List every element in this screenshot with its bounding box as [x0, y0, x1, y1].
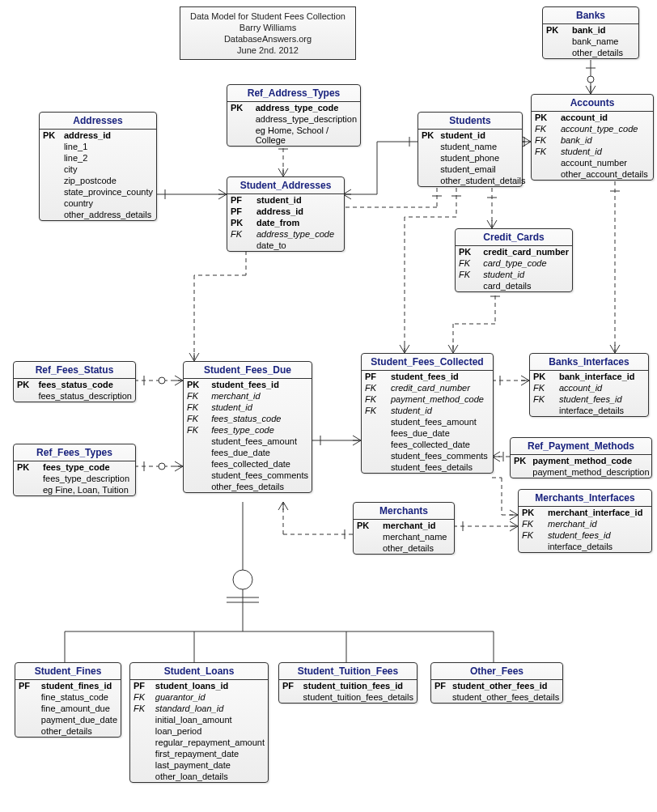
- column-key: [418, 152, 437, 164]
- column-key: PK: [14, 379, 35, 390]
- column-name: student_loans_id: [152, 680, 268, 691]
- table-row: FKstudent_id: [456, 269, 572, 280]
- column-key: FK: [130, 703, 152, 714]
- table-row: other_details: [543, 47, 638, 58]
- table-row: PFstudent_other_fees_id: [431, 680, 562, 691]
- meta-author: Barry Williams: [187, 22, 349, 33]
- table-row: line_1: [40, 141, 156, 152]
- table-row: initial_loan_amount: [130, 714, 268, 725]
- column-name: student_id: [253, 194, 344, 206]
- column-key: [532, 168, 557, 180]
- table-row: payment_due_date: [15, 714, 121, 725]
- column-name: zip_postcode: [61, 175, 156, 186]
- column-key: [40, 164, 61, 175]
- column-name: other_details: [569, 47, 638, 58]
- column-name: student_fines_id: [38, 680, 121, 691]
- column-key: [184, 447, 208, 458]
- column-key: PK: [184, 379, 208, 390]
- column-key: PF: [431, 680, 449, 691]
- column-key: FK: [532, 134, 557, 146]
- table-row: PKaddress_type_code: [227, 102, 360, 113]
- column-name: guarantor_id: [152, 691, 268, 703]
- column-key: [511, 466, 529, 478]
- entity-columns: PFstudent_fines_idfine_status_codefine_a…: [15, 680, 121, 737]
- table-row: student_other_fees_details: [431, 691, 562, 703]
- table-row: PKbank_interface_id: [530, 371, 648, 382]
- column-name: student_id: [437, 130, 528, 141]
- entity-ref_fees_status: Ref_Fees_StatusPKfees_status_codefees_st…: [13, 361, 136, 402]
- entity-ref_fees_types: Ref_Fees_TypesPKfees_type_codefees_type_…: [13, 444, 136, 496]
- column-name: interface_details: [556, 405, 648, 416]
- entity-columns: PFstudent_tuition_fees_idstudent_tuition…: [279, 680, 417, 703]
- column-key: FK: [362, 382, 388, 393]
- column-name: address_id: [61, 130, 156, 141]
- column-name: other_student_details: [437, 175, 528, 186]
- column-name: student_id: [208, 402, 312, 413]
- table-row: fees_collected_date: [184, 458, 312, 470]
- table-row: bank_name: [543, 36, 638, 47]
- column-key: PK: [227, 102, 252, 113]
- column-name: line_1: [61, 141, 156, 152]
- column-key: [14, 484, 40, 495]
- table-row: student_tuition_fees_details: [279, 691, 417, 703]
- column-name: student_name: [437, 141, 528, 152]
- entity-title: Merchants_Interfaces: [519, 490, 651, 507]
- table-row: other_student_details: [418, 175, 528, 186]
- table-row: interface_details: [519, 541, 651, 552]
- column-name: city: [61, 164, 156, 175]
- column-name: fine_status_code: [38, 691, 121, 703]
- column-key: [431, 691, 449, 703]
- entity-columns: PFstudent_other_fees_idstudent_other_fee…: [431, 680, 562, 703]
- column-name: student_id: [557, 146, 653, 157]
- table-row: regular_repayment_amount: [130, 737, 268, 748]
- column-name: loan_period: [152, 725, 268, 737]
- column-key: FK: [184, 413, 208, 424]
- table-row: date_to: [227, 240, 344, 251]
- column-key: FK: [456, 269, 480, 280]
- column-name: merchant_name: [379, 531, 454, 542]
- column-name: account_id: [556, 382, 648, 393]
- table-row: fees_status_description: [14, 390, 135, 402]
- table-row: fine_amount_due: [15, 703, 121, 714]
- entity-title: Banks_Interfaces: [530, 354, 648, 371]
- table-row: other_loan_details: [130, 771, 268, 782]
- column-key: PK: [456, 246, 480, 257]
- table-row: other_details: [354, 542, 454, 554]
- column-key: [543, 47, 569, 58]
- table-row: PFstudent_fines_id: [15, 680, 121, 691]
- table-row: PFstudent_loans_id: [130, 680, 268, 691]
- entity-title: Student_Fees_Due: [184, 362, 312, 379]
- table-row: FKstandard_loan_id: [130, 703, 268, 714]
- column-name: merchant_id: [545, 518, 651, 529]
- entity-columns: PKbank_idbank_nameother_details: [543, 24, 638, 58]
- column-name: credit_card_number: [388, 382, 493, 393]
- entity-title: Merchants: [354, 503, 454, 520]
- entity-title: Student_Loans: [130, 663, 268, 680]
- entity-columns: PKmerchant_interface_idFKmerchant_idFKst…: [519, 507, 651, 552]
- column-key: FK: [532, 146, 557, 157]
- table-row: PKmerchant_id: [354, 520, 454, 531]
- column-name: fees_status_code: [208, 413, 312, 424]
- table-row: PKaccount_id: [532, 112, 653, 123]
- column-name: other_account_details: [557, 168, 653, 180]
- column-name: country: [61, 198, 156, 209]
- column-name: address_type_code: [253, 228, 344, 240]
- table-row: FKaccount_id: [530, 382, 648, 393]
- column-name: student_tuition_fees_details: [300, 691, 417, 703]
- entity-students: StudentsPKstudent_idstudent_namestudent_…: [418, 112, 523, 187]
- column-key: PK: [519, 507, 545, 518]
- table-row: FKstudent_id: [532, 146, 653, 157]
- entity-student_fees_collected: Student_Fees_CollectedPFstudent_fees_idF…: [361, 353, 494, 474]
- column-key: FK: [184, 424, 208, 436]
- column-name: initial_loan_amount: [152, 714, 268, 725]
- column-key: [15, 714, 38, 725]
- table-row: FKstudent_fees_id: [519, 529, 651, 541]
- table-row: PKdate_from: [227, 217, 344, 228]
- table-row: payment_method_description: [511, 466, 653, 478]
- column-name: card_type_code: [480, 257, 572, 269]
- column-key: FK: [530, 393, 556, 405]
- column-name: fees_type_description: [40, 473, 135, 484]
- column-name: fees_collected_date: [388, 439, 493, 450]
- column-name: student_fees_amount: [388, 416, 493, 427]
- column-key: FK: [184, 390, 208, 402]
